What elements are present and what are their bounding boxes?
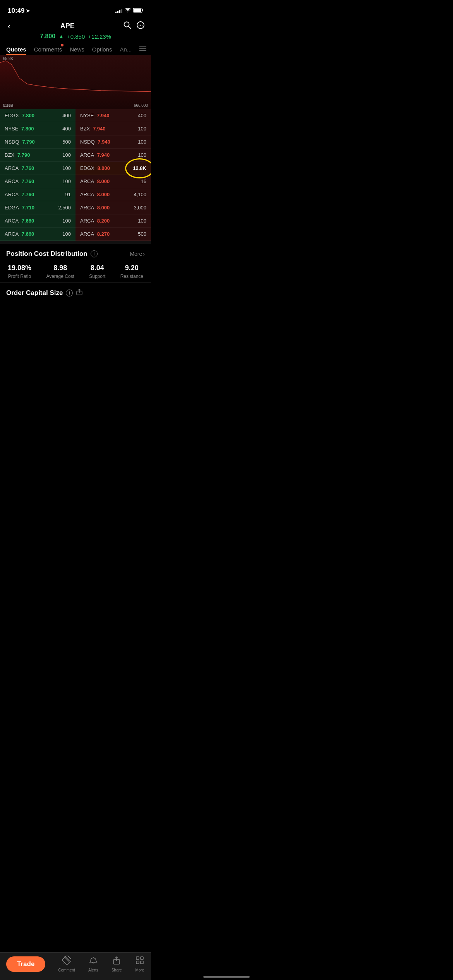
- stat-resistance-label: Resistance: [120, 274, 143, 279]
- tab-divider: [0, 54, 151, 54]
- stat-resistance: 9.20 Resistance: [120, 264, 143, 279]
- bid-row: ARCA 7.680 100: [0, 214, 76, 228]
- status-right: [115, 8, 143, 14]
- position-title-text: Position Cost Distribution: [6, 250, 88, 258]
- chat-icon[interactable]: [136, 21, 145, 32]
- ask-row: ARCA 8.270 500: [76, 228, 151, 241]
- svg-point-8: [142, 24, 142, 25]
- bid-row: ARCA 7.760 100: [0, 175, 76, 188]
- bid-row: ARCA 7.760 91: [0, 188, 76, 201]
- tab-analysis[interactable]: An...: [120, 45, 132, 54]
- ask-row: ARCA 8.000 16: [76, 175, 151, 188]
- position-cost-section: Position Cost Distribution i More › 19.0…: [0, 244, 151, 282]
- signal-bar-1: [115, 12, 117, 13]
- time-label: 10:49: [8, 7, 24, 15]
- section-divider: [0, 241, 151, 244]
- svg-rect-1: [134, 9, 141, 12]
- ask-column: NYSE 7.940 400 BZX 7.940 100 NSDQ 7.940 …: [76, 109, 151, 241]
- price-row: 7.800 ▲ +0.850 +12.23%: [40, 33, 111, 40]
- signal-bar-4: [121, 9, 122, 13]
- bid-row: EDGA 7.710 2,500: [0, 201, 76, 214]
- section-header: Position Cost Distribution i More ›: [6, 250, 145, 258]
- search-icon[interactable]: [123, 21, 132, 32]
- svg-marker-12: [0, 61, 151, 109]
- signal-bar-3: [119, 10, 120, 13]
- chart-area: 65.8K 33.1K 0.100 666.000: [0, 55, 151, 109]
- chart-y-top: 65.8K: [3, 57, 13, 61]
- order-title-text: Order Capital Size: [6, 289, 63, 297]
- signal-bar-2: [117, 11, 118, 13]
- price-arrow: ▲: [58, 33, 64, 39]
- bid-row: EDGX 7.800 400: [0, 109, 76, 122]
- tabs-menu-icon[interactable]: [139, 45, 146, 53]
- bid-row: NSDQ 7.790 500: [0, 135, 76, 149]
- ask-row-highlighted: EDGX 8.000 12.8K: [76, 162, 151, 175]
- order-share-icon[interactable]: [76, 289, 83, 297]
- ask-row: NSDQ 7.940 100: [76, 135, 151, 149]
- stat-resistance-value: 9.20: [125, 264, 139, 272]
- order-capital-section: Order Capital Size i: [0, 282, 151, 300]
- header-nav: ‹ APE: [6, 20, 145, 32]
- ask-row: NYSE 7.940 400: [76, 109, 151, 122]
- svg-point-7: [140, 24, 141, 25]
- tab-comments[interactable]: Comments: [34, 45, 62, 54]
- header-icons: [123, 21, 145, 32]
- bid-column: EDGX 7.800 400 NYSE 7.800 400 NSDQ 7.790…: [0, 109, 76, 241]
- stats-row: 19.08% Profit Ratio 8.98 Average Cost 8.…: [6, 264, 145, 279]
- position-info-icon[interactable]: i: [91, 250, 98, 257]
- more-label: More: [130, 251, 142, 257]
- bid-row: BZX 7.790 100: [0, 149, 76, 162]
- stat-support-value: 8.04: [91, 264, 104, 272]
- tab-news[interactable]: News: [70, 45, 84, 54]
- status-time: 10:49 ➤: [8, 7, 30, 15]
- chart-y-labels: 65.8K 33.1K: [3, 55, 13, 109]
- price-change: +0.850: [67, 33, 85, 40]
- order-info-icon[interactable]: i: [66, 290, 73, 296]
- ask-row: ARCA 8.200 100: [76, 214, 151, 228]
- ask-row: ARCA 8.000 3,000: [76, 201, 151, 214]
- stat-profit-label: Profit Ratio: [8, 274, 31, 279]
- header: ‹ APE 7.800 ▲ +0.850 +12.23%: [0, 19, 151, 40]
- tab-options[interactable]: Options: [92, 45, 112, 54]
- stat-support-label: Support: [89, 274, 105, 279]
- stat-profit-ratio: 19.08% Profit Ratio: [8, 264, 31, 279]
- stat-support: 8.04 Support: [89, 264, 105, 279]
- bid-row: ARCA 7.760 100: [0, 162, 76, 175]
- tab-quotes[interactable]: Quotes: [6, 45, 26, 54]
- bid-venue-price-0: EDGX 7.800: [5, 113, 34, 118]
- stat-profit-value: 19.08%: [8, 264, 31, 272]
- quotes-table: EDGX 7.800 400 NYSE 7.800 400 NSDQ 7.790…: [0, 109, 151, 241]
- stat-avg-label: Average Cost: [46, 274, 74, 279]
- bottom-spacer: [0, 300, 151, 339]
- chart-x-labels: 0.100 666.000: [0, 103, 151, 108]
- wifi-icon: [125, 8, 131, 14]
- order-header: Order Capital Size i: [6, 289, 145, 297]
- location-icon: ➤: [26, 8, 30, 14]
- battery-icon: [133, 8, 143, 14]
- svg-point-6: [139, 24, 139, 25]
- bid-row: ARCA 7.660 100: [0, 228, 76, 241]
- status-bar: 10:49 ➤: [0, 0, 151, 19]
- stat-avg-cost: 8.98 Average Cost: [46, 264, 74, 279]
- ask-row: ARCA 7.940 100: [76, 149, 151, 162]
- signal-bars: [115, 9, 122, 13]
- stat-avg-value: 8.98: [53, 264, 67, 272]
- back-button[interactable]: ‹: [6, 20, 12, 32]
- ask-row: BZX 7.940 100: [76, 122, 151, 135]
- more-link[interactable]: More ›: [130, 251, 145, 257]
- chart-x-left: 0.100: [3, 103, 13, 108]
- price-change-pct: +12.23%: [88, 33, 111, 40]
- chart-x-right: 666.000: [134, 103, 148, 108]
- price-chart: [0, 55, 151, 109]
- svg-line-4: [129, 26, 131, 29]
- svg-rect-2: [142, 9, 144, 11]
- price-value: 7.800: [40, 33, 55, 40]
- ticker-title: APE: [60, 22, 75, 30]
- ask-row: ARCA 8.000 4,100: [76, 188, 151, 201]
- bid-row: NYSE 7.800 400: [0, 122, 76, 135]
- more-chevron-icon: ›: [143, 251, 145, 257]
- section-title: Position Cost Distribution i: [6, 250, 98, 258]
- tab-comments-dot: [61, 44, 63, 46]
- tabs-bar: Quotes Comments News Options An...: [0, 41, 151, 54]
